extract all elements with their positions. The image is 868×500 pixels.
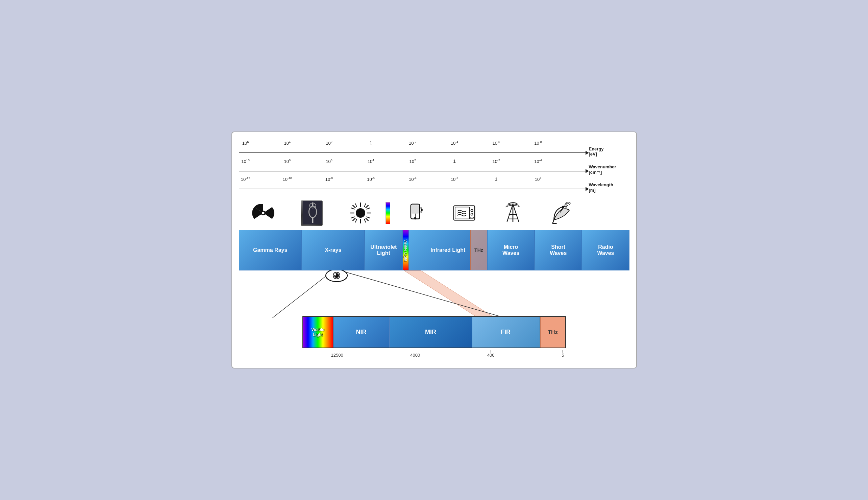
main-container: 106 104 102 1 10-2 10-4 10-6 10-8 Energy… [231, 132, 637, 369]
nir-segment: NIR [334, 317, 390, 348]
wn-value-400: 400 [487, 353, 495, 358]
connector-svg [239, 271, 629, 318]
wavenumber-label: Wavenumber[cm⁻¹] [589, 164, 629, 175]
energy-val-3: 102 [322, 140, 336, 146]
visible-light-label: Visible Light [404, 239, 408, 261]
ir-vis-label: VisibleLight [311, 327, 324, 337]
energy-val-1: 106 [239, 140, 252, 146]
radio-tower-icon-slot [488, 198, 537, 228]
uv-segment: UltravioletLight [364, 230, 403, 271]
svg-line-41 [553, 220, 554, 224]
wn-val-2: 108 [280, 159, 294, 164]
wn-val-4: 104 [364, 159, 378, 164]
energy-label: Energy[eV] [589, 146, 629, 157]
wn-val-6: 1 [448, 159, 461, 164]
radio-label: RadioWaves [597, 244, 614, 256]
micro-segment: MicroWaves [487, 230, 534, 271]
xray-label: X-rays [325, 247, 341, 253]
energy-val-8: 10-8 [531, 140, 545, 146]
svg-line-18 [364, 204, 366, 207]
sun-icon [349, 201, 372, 225]
wl-val-6: 10-2 [448, 177, 461, 182]
xray-icon-slot [288, 198, 336, 228]
short-label: ShortWaves [550, 244, 567, 256]
gamma-segment: Gamma Rays [239, 230, 302, 271]
wavelength-scale-wrapper: 10-12 10-10 10-8 10-6 10-4 10-2 1 102 [239, 183, 589, 193]
wl-val-4: 10-6 [364, 177, 378, 182]
energy-val-5: 10-2 [406, 140, 419, 146]
wl-val-3: 10-8 [322, 177, 336, 182]
ir-detail-bar: VisibleLight NIR MIR FIR THz [302, 316, 566, 348]
energy-scale-row: 106 104 102 1 10-2 10-4 10-6 10-8 Energy… [239, 146, 629, 157]
svg-rect-30 [455, 207, 470, 219]
wavelength-scale-row: 10-12 10-10 10-8 10-6 10-4 10-2 1 102 Wa… [239, 182, 629, 193]
radio-tower-icon [501, 201, 525, 225]
wavenumber-scale-wrapper: 1010 108 106 104 102 1 10-2 10-4 [239, 164, 589, 175]
svg-line-13 [353, 206, 355, 208]
wavenumber-scale-row: 1010 108 106 104 102 1 10-2 10-4 Wavenum… [239, 164, 629, 175]
wl-val-2: 10-10 [280, 177, 294, 182]
svg-rect-26 [412, 206, 419, 214]
wn-12500: 12500 [331, 350, 343, 358]
svg-rect-33 [470, 217, 473, 218]
svg-point-2 [262, 212, 264, 214]
svg-line-14 [366, 218, 368, 221]
wn-value-5: 5 [562, 353, 564, 358]
gamma-icon-slot [239, 198, 288, 228]
uv-label: UltravioletLight [370, 244, 397, 256]
satellite-dish-icon [550, 201, 574, 225]
wn-val-7: 10-2 [489, 159, 503, 164]
svg-line-19 [351, 208, 355, 209]
wl-val-7: 1 [489, 177, 503, 182]
svg-point-31 [471, 209, 473, 212]
svg-line-20 [367, 208, 370, 209]
wn-value-12500: 12500 [331, 353, 343, 358]
radiation-icon [251, 201, 275, 225]
thz-detail-label: THz [548, 329, 557, 336]
microwave-icon-slot [440, 198, 488, 228]
wl-val-1: 10-12 [239, 177, 252, 182]
svg-marker-43 [404, 271, 495, 318]
wn-val-1: 1010 [239, 159, 252, 164]
svg-line-16 [353, 218, 355, 221]
wn-tick-2 [415, 350, 415, 353]
wavelength-label: Wavelength[m] [589, 182, 629, 193]
wn-value-4000: 4000 [410, 353, 420, 358]
energy-val-6: 10-4 [448, 140, 461, 146]
wavenumber-line [239, 171, 586, 171]
wavenumber-values: 1010 108 106 104 102 1 10-2 10-4 [239, 159, 545, 164]
svg-point-8 [356, 208, 365, 218]
microwave-icon [452, 201, 476, 225]
ir-vis-segment: VisibleLight [303, 317, 334, 348]
energy-val-2: 104 [280, 140, 294, 146]
energy-val-7: 10-6 [489, 140, 503, 146]
mir-segment: MIR [390, 317, 472, 348]
svg-line-17 [356, 204, 357, 207]
svg-line-22 [367, 217, 370, 218]
wavelength-values: 10-12 10-10 10-8 10-6 10-4 10-2 1 102 [239, 177, 545, 182]
fir-segment: FIR [472, 317, 540, 348]
spectrum-bar: Gamma Rays X-rays UltravioletLight Visib… [239, 230, 629, 271]
wn-val-3: 106 [322, 159, 336, 164]
uv-icon-slot [336, 198, 385, 228]
thz-detail-segment: THz [540, 317, 565, 348]
energy-scale-wrapper: 106 104 102 1 10-2 10-4 10-6 10-8 [239, 146, 589, 157]
rainbow-icon [385, 202, 390, 224]
ir-icon-slot [391, 198, 440, 228]
svg-line-24 [364, 219, 366, 223]
short-segment: ShortWaves [534, 230, 582, 271]
svg-line-23 [356, 219, 357, 223]
mir-label: MIR [425, 329, 436, 336]
svg-point-50 [334, 273, 336, 275]
svg-line-15 [366, 206, 368, 208]
thermometer-icon [403, 201, 427, 225]
svg-line-44 [272, 271, 333, 318]
nir-label: NIR [356, 329, 367, 336]
energy-val-4: 1 [364, 140, 378, 146]
infrared-segment: Infrared Light THz [409, 230, 487, 271]
svg-point-28 [414, 217, 417, 220]
wl-val-8: 102 [531, 177, 545, 182]
wn-400: 400 [487, 350, 495, 358]
radio-segment: RadioWaves [582, 230, 629, 271]
satellite-dish-icon-slot [537, 198, 586, 228]
